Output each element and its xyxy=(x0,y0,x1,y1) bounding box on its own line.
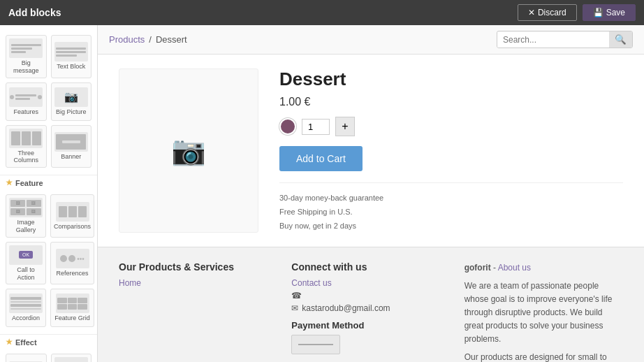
phone-icon: ☎ xyxy=(291,291,302,301)
sidebar-block-text-block[interactable]: Text Block xyxy=(51,35,92,78)
goforit-brand: goforit xyxy=(464,263,491,273)
feature-star-icon: ★ xyxy=(6,178,13,187)
save-button[interactable]: 💾 Save xyxy=(583,4,636,21)
goforit-desc2: Our products are designed for small to m… xyxy=(464,351,623,362)
page-title: Add blocks xyxy=(8,7,61,18)
guarantee-item-3: Buy now, get in 2 days xyxy=(279,219,623,233)
breadcrumb-separator: / xyxy=(149,34,152,45)
product-page: 📷 Dessert 1.00 € + Add to Cart 30-day mo… xyxy=(98,55,644,362)
footer-goforit-content: goforit - About us We are a team of pass… xyxy=(464,261,623,362)
footer-home-link[interactable]: Home xyxy=(119,278,277,288)
payment-method-label: Payment Method xyxy=(291,320,450,331)
search-input[interactable] xyxy=(497,32,609,48)
sidebar-block-banner[interactable]: Banner xyxy=(51,125,92,168)
discard-icon: ✕ xyxy=(528,8,535,17)
search-icon: 🔍 xyxy=(615,34,627,45)
goforit-desc1: We are a team of passionate people whose… xyxy=(464,280,623,347)
sidebar-block-accordion[interactable]: Accordion xyxy=(6,289,46,327)
footer-cols: Our Products & Services Home Connect wit… xyxy=(119,261,623,362)
sidebar-block-parallax[interactable]: 📷 Parallax xyxy=(6,354,47,362)
block-label: Accordion xyxy=(12,314,40,322)
block-label: References xyxy=(57,270,89,277)
breadcrumb-current: Dessert xyxy=(156,34,187,45)
product-image-area: 📷 xyxy=(119,68,258,233)
block-label: Text Block xyxy=(57,63,85,71)
top-bar-actions: ✕ Discard 💾 Save xyxy=(518,4,636,21)
sidebar-block-feature-grid[interactable]: Feature Grid xyxy=(50,289,94,327)
sidebar-block-image-gallery[interactable]: 🖼 🖼 🖼 🖼 Image Gallery xyxy=(6,194,46,238)
block-label: Big Picture xyxy=(56,108,87,116)
footer-phone: ☎ xyxy=(291,291,450,301)
footer-email: ✉ kastarodub@gmail.com xyxy=(291,303,450,313)
block-label: Big message xyxy=(9,59,43,75)
block-label: Feature Grid xyxy=(54,314,90,322)
main-layout: Big message Text Block xyxy=(0,25,644,362)
save-icon: 💾 xyxy=(593,8,603,17)
sidebar-block-big-message[interactable]: Big message xyxy=(6,35,47,78)
search-button[interactable]: 🔍 xyxy=(609,31,632,48)
sidebar-section-effect: ★ Effect xyxy=(0,334,97,349)
product-title: Dessert xyxy=(279,68,623,90)
footer-col-goforit: goforit - About us We are a team of pass… xyxy=(464,261,623,362)
sidebar-section-feature-label: Feature xyxy=(15,179,43,187)
sidebar-grid-basic: Big message Text Block xyxy=(0,31,97,172)
block-label: Banner xyxy=(61,153,81,161)
footer-section: Our Products & Services Home Connect wit… xyxy=(98,247,644,362)
block-label: Features xyxy=(13,108,38,116)
footer-col1-title: Our Products & Services xyxy=(119,261,277,273)
color-swatch[interactable] xyxy=(279,118,296,135)
goforit-separator: - xyxy=(493,263,498,273)
sidebar: Big message Text Block xyxy=(0,25,98,362)
sidebar-grid-effect: 📷 Parallax “Abcd” Parallax Slider xyxy=(0,349,97,362)
product-price: 1.00 € xyxy=(279,96,623,108)
email-icon: ✉ xyxy=(291,303,298,313)
block-label: Image Gallery xyxy=(9,219,43,234)
sidebar-block-references[interactable]: ••• References xyxy=(50,242,94,285)
guarantee-item-1: 30-day money-back guarantee xyxy=(279,191,623,205)
footer-contact-link[interactable]: Contact us xyxy=(291,278,450,288)
breadcrumb: Products / Dessert xyxy=(109,34,187,45)
quantity-increment-button[interactable]: + xyxy=(335,117,355,136)
email-address: kastarodub@gmail.com xyxy=(302,303,390,313)
product-quantity-row: + xyxy=(279,117,623,136)
search-bar: 🔍 xyxy=(497,31,633,48)
content-area: Products / Dessert 🔍 📷 Dessert xyxy=(98,25,644,362)
effect-star-icon: ★ xyxy=(6,338,13,347)
product-guarantees: 30-day money-back guarantee Free Shippin… xyxy=(279,182,623,233)
discard-button[interactable]: ✕ Discard xyxy=(518,4,577,21)
sidebar-block-features[interactable]: Features xyxy=(6,82,47,121)
product-image-placeholder-icon: 📷 xyxy=(171,134,206,167)
quantity-input[interactable] xyxy=(302,119,330,135)
sidebar-grid-feature: 🖼 🖼 🖼 🖼 Image Gallery Comparis xyxy=(0,190,97,331)
footer-col-products: Our Products & Services Home xyxy=(119,261,277,362)
sidebar-block-comparisons[interactable]: Comparisons xyxy=(50,194,94,238)
product-details: Dessert 1.00 € + Add to Cart 30-day mone… xyxy=(279,68,623,233)
sidebar-block-parallax-slider[interactable]: “Abcd” Parallax Slider xyxy=(51,354,92,362)
add-to-cart-button[interactable]: Add to Cart xyxy=(279,146,363,171)
sidebar-block-three-columns[interactable]: Three Columns xyxy=(6,125,47,168)
sidebar-block-call-to-action[interactable]: OK Call to Action xyxy=(6,242,46,285)
product-main: 📷 Dessert 1.00 € + Add to Cart 30-day mo… xyxy=(98,55,644,247)
footer-col2-title: Connect with us xyxy=(291,261,450,273)
sidebar-section-feature: ★ Feature xyxy=(0,175,97,190)
sidebar-block-big-picture[interactable]: 📷 Big Picture xyxy=(51,82,92,121)
block-label: Three Columns xyxy=(9,150,43,165)
product-header: Products / Dessert 🔍 xyxy=(98,25,644,55)
block-label: Comparisons xyxy=(54,223,91,231)
block-label: Call to Action xyxy=(9,266,43,282)
guarantee-item-2: Free Shipping in U.S. xyxy=(279,205,623,219)
payment-image xyxy=(291,335,340,354)
top-bar: Add blocks ✕ Discard 💾 Save xyxy=(0,0,644,25)
goforit-about-link[interactable]: About us xyxy=(498,263,531,273)
footer-col-connect: Connect with us Contact us ☎ ✉ kastarodu… xyxy=(291,261,450,362)
breadcrumb-products-link[interactable]: Products xyxy=(109,34,145,45)
sidebar-section-effect-label: Effect xyxy=(15,338,37,347)
